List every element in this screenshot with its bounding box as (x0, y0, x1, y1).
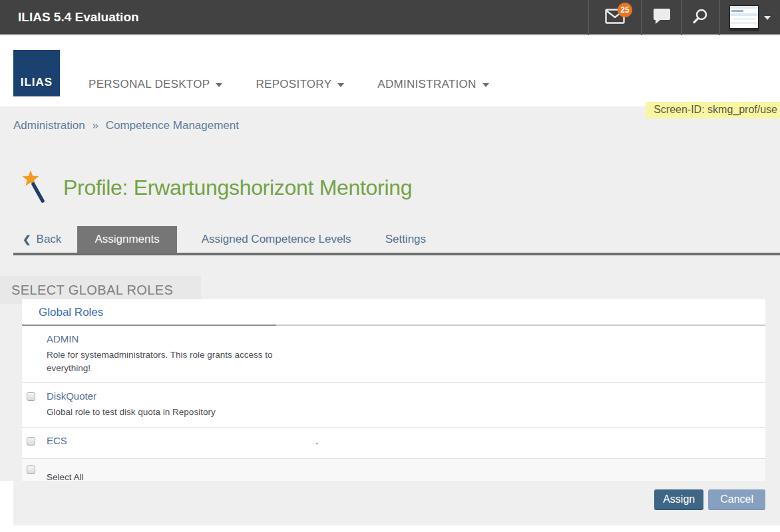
table-row: ECS - (22, 428, 765, 459)
nav-administration[interactable]: ADMINISTRATION (377, 78, 488, 91)
role-checkbox-diskquoter[interactable] (27, 392, 35, 401)
select-all-checkbox[interactable] (27, 466, 35, 474)
left-gutter (0, 481, 13, 525)
action-buttons: Assign Cancel (654, 489, 765, 510)
select-all-row: Select All (22, 459, 765, 481)
header-band: ILIAS PERSONAL DESKTOP REPOSITORY ADMINI… (0, 37, 780, 106)
tab-settings[interactable]: Settings (376, 226, 435, 253)
ilias-logo[interactable]: ILIAS (13, 50, 60, 96)
back-button[interactable]: ❮ Back (13, 226, 71, 253)
column-header-empty (276, 299, 765, 326)
content-area: Screen-ID: skmg_prof/use Administration … (0, 106, 780, 525)
tab-bar: ❮ Back Assignments Assigned Competence L… (13, 226, 780, 255)
role-col2-value: - (284, 428, 765, 458)
chevron-down-icon (337, 83, 344, 87)
chevron-down-icon (483, 83, 489, 87)
page-title: Profile: Erwartungshorizont Mentoring (63, 176, 412, 200)
role-description: Role for systemadministrators. This role… (47, 348, 281, 376)
select-all-label: Select All (47, 466, 284, 482)
chevron-down-icon (216, 83, 222, 87)
role-link-admin[interactable]: ADMIN (47, 333, 79, 344)
tab-assignments[interactable]: Assignments (77, 226, 176, 253)
main-nav: PERSONAL DESKTOP REPOSITORY ADMINISTRATI… (89, 78, 489, 91)
chevron-left-icon: ❮ (23, 233, 31, 245)
app-title: ILIAS 5.4 Evaluation (18, 10, 139, 25)
cancel-button[interactable]: Cancel (708, 489, 765, 510)
assign-button[interactable]: Assign (654, 489, 703, 510)
table-row: ADMIN Role for systemadministrators. Thi… (22, 326, 765, 383)
role-description: Global role to test disk quota in Reposi… (47, 406, 281, 419)
nav-personal-desktop[interactable]: PERSONAL DESKTOP (89, 78, 222, 91)
breadcrumb-separator: » (92, 119, 98, 132)
checkbox-spacer (22, 326, 47, 382)
role-checkbox-ecs[interactable] (27, 437, 35, 446)
mail-count-badge: 25 (618, 3, 632, 17)
topbar-icon-group: 25 (588, 0, 780, 35)
top-bar: ILIAS 5.4 Evaluation 25 (0, 0, 780, 35)
breadcrumb-administration[interactable]: Administration (13, 119, 85, 132)
search-icon (692, 8, 709, 27)
role-link-ecs[interactable]: ECS (47, 435, 67, 446)
table-row: DiskQuoter Global role to test disk quot… (22, 383, 765, 428)
chat-button[interactable] (641, 0, 681, 35)
breadcrumb: Administration » Competence Management (13, 119, 239, 132)
table-header-row: Global Roles (22, 299, 765, 326)
user-menu-button[interactable] (719, 0, 780, 35)
tab-assigned-competence-levels[interactable]: Assigned Competence Levels (192, 226, 361, 253)
chat-icon (653, 8, 671, 27)
skill-profile-icon (21, 170, 50, 207)
mail-button[interactable]: 25 (588, 0, 641, 35)
screen-id-badge: Screen-ID: skmg_prof/use (646, 102, 780, 118)
role-link-diskquoter[interactable]: DiskQuoter (47, 390, 97, 402)
nav-repository[interactable]: REPOSITORY (256, 78, 344, 91)
breadcrumb-competence-management[interactable]: Competence Management (106, 119, 239, 132)
chevron-down-icon (764, 16, 771, 20)
avatar (729, 5, 759, 31)
search-button[interactable] (681, 0, 719, 35)
global-roles-table: Global Roles ADMIN Role for systemadmini… (22, 299, 765, 481)
column-header-global-roles: Global Roles (22, 299, 276, 326)
